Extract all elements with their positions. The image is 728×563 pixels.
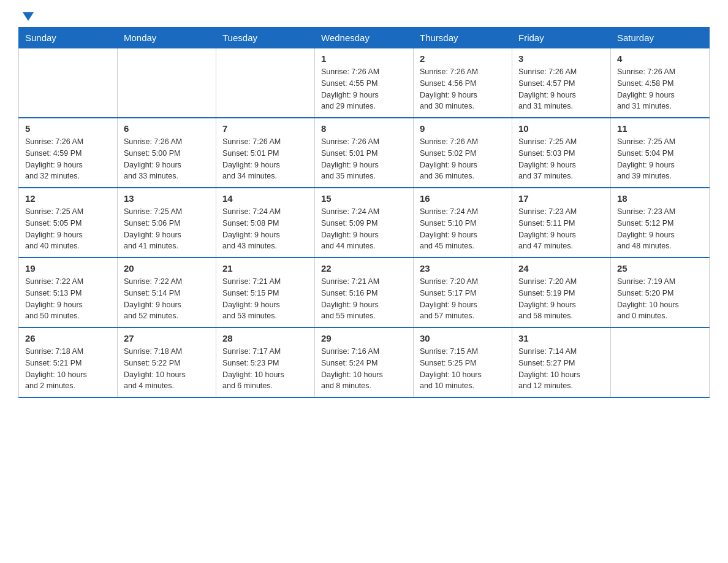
day-info: Sunrise: 7:21 AMSunset: 5:15 PMDaylight:… xyxy=(222,276,308,322)
column-header-wednesday: Wednesday xyxy=(315,28,414,48)
day-number: 23 xyxy=(420,263,506,274)
calendar-cell: 5Sunrise: 7:26 AMSunset: 4:59 PMDaylight… xyxy=(19,118,118,188)
day-info: Sunrise: 7:20 AMSunset: 5:19 PMDaylight:… xyxy=(518,276,604,322)
calendar-cell: 10Sunrise: 7:25 AMSunset: 5:03 PMDayligh… xyxy=(512,118,611,188)
day-info: Sunrise: 7:24 AMSunset: 5:09 PMDaylight:… xyxy=(321,206,407,252)
day-info: Sunrise: 7:23 AMSunset: 5:12 PMDaylight:… xyxy=(617,206,703,252)
day-number: 29 xyxy=(321,333,407,343)
day-info: Sunrise: 7:26 AMSunset: 5:01 PMDaylight:… xyxy=(222,136,308,182)
day-info: Sunrise: 7:26 AMSunset: 4:55 PMDaylight:… xyxy=(321,66,407,112)
day-number: 16 xyxy=(420,193,506,204)
day-number: 7 xyxy=(222,123,308,134)
day-number: 22 xyxy=(321,263,407,274)
calendar-cell: 9Sunrise: 7:26 AMSunset: 5:02 PMDaylight… xyxy=(414,118,512,188)
day-number: 26 xyxy=(25,333,111,343)
day-info: Sunrise: 7:20 AMSunset: 5:17 PMDaylight:… xyxy=(420,276,506,322)
calendar-cell: 30Sunrise: 7:15 AMSunset: 5:25 PMDayligh… xyxy=(414,327,512,397)
day-info: Sunrise: 7:22 AMSunset: 5:14 PMDaylight:… xyxy=(124,276,210,322)
day-info: Sunrise: 7:25 AMSunset: 5:05 PMDaylight:… xyxy=(25,206,111,252)
day-info: Sunrise: 7:25 AMSunset: 5:04 PMDaylight:… xyxy=(617,136,703,182)
day-number: 13 xyxy=(124,193,210,204)
page-header xyxy=(18,12,710,21)
day-number: 21 xyxy=(222,263,308,274)
column-header-tuesday: Tuesday xyxy=(216,28,315,48)
calendar-cell: 27Sunrise: 7:18 AMSunset: 5:22 PMDayligh… xyxy=(118,327,216,397)
day-number: 6 xyxy=(124,123,210,134)
day-info: Sunrise: 7:23 AMSunset: 5:11 PMDaylight:… xyxy=(518,206,604,252)
calendar-cell: 25Sunrise: 7:19 AMSunset: 5:20 PMDayligh… xyxy=(611,258,710,327)
day-number: 10 xyxy=(518,123,604,134)
calendar-cell: 22Sunrise: 7:21 AMSunset: 5:16 PMDayligh… xyxy=(315,258,414,327)
calendar-cell: 23Sunrise: 7:20 AMSunset: 5:17 PMDayligh… xyxy=(414,258,512,327)
calendar-cell: 24Sunrise: 7:20 AMSunset: 5:19 PMDayligh… xyxy=(512,258,611,327)
column-header-thursday: Thursday xyxy=(414,28,512,48)
day-info: Sunrise: 7:18 AMSunset: 5:22 PMDaylight:… xyxy=(124,346,210,392)
calendar-header-row: SundayMondayTuesdayWednesdayThursdayFrid… xyxy=(19,28,710,48)
day-info: Sunrise: 7:15 AMSunset: 5:25 PMDaylight:… xyxy=(420,346,506,392)
day-info: Sunrise: 7:26 AMSunset: 4:57 PMDaylight:… xyxy=(518,66,604,112)
calendar-cell: 20Sunrise: 7:22 AMSunset: 5:14 PMDayligh… xyxy=(118,258,216,327)
calendar-cell: 19Sunrise: 7:22 AMSunset: 5:13 PMDayligh… xyxy=(19,258,118,327)
day-info: Sunrise: 7:26 AMSunset: 4:58 PMDaylight:… xyxy=(617,66,703,112)
day-number: 14 xyxy=(222,193,308,204)
day-info: Sunrise: 7:16 AMSunset: 5:24 PMDaylight:… xyxy=(321,346,407,392)
column-header-saturday: Saturday xyxy=(611,28,710,48)
day-info: Sunrise: 7:19 AMSunset: 5:20 PMDaylight:… xyxy=(617,276,703,322)
column-header-friday: Friday xyxy=(512,28,611,48)
calendar-cell: 26Sunrise: 7:18 AMSunset: 5:21 PMDayligh… xyxy=(19,327,118,397)
day-number: 11 xyxy=(617,123,703,134)
day-number: 5 xyxy=(25,123,111,134)
day-number: 20 xyxy=(124,263,210,274)
calendar-cell: 17Sunrise: 7:23 AMSunset: 5:11 PMDayligh… xyxy=(512,188,611,258)
day-number: 27 xyxy=(124,333,210,343)
calendar-week-row: 5Sunrise: 7:26 AMSunset: 4:59 PMDaylight… xyxy=(19,118,710,188)
calendar-cell: 6Sunrise: 7:26 AMSunset: 5:00 PMDaylight… xyxy=(118,118,216,188)
calendar-cell: 13Sunrise: 7:25 AMSunset: 5:06 PMDayligh… xyxy=(118,188,216,258)
day-info: Sunrise: 7:25 AMSunset: 5:03 PMDaylight:… xyxy=(518,136,604,182)
calendar-cell: 14Sunrise: 7:24 AMSunset: 5:08 PMDayligh… xyxy=(216,188,315,258)
day-number: 24 xyxy=(518,263,604,274)
day-number: 2 xyxy=(420,53,506,64)
calendar-cell: 15Sunrise: 7:24 AMSunset: 5:09 PMDayligh… xyxy=(315,188,414,258)
calendar-week-row: 19Sunrise: 7:22 AMSunset: 5:13 PMDayligh… xyxy=(19,258,710,327)
calendar-week-row: 26Sunrise: 7:18 AMSunset: 5:21 PMDayligh… xyxy=(19,327,710,397)
calendar-cell xyxy=(216,48,315,118)
calendar-cell: 8Sunrise: 7:26 AMSunset: 5:01 PMDaylight… xyxy=(315,118,414,188)
logo xyxy=(18,12,34,21)
day-info: Sunrise: 7:17 AMSunset: 5:23 PMDaylight:… xyxy=(222,346,308,392)
day-info: Sunrise: 7:22 AMSunset: 5:13 PMDaylight:… xyxy=(25,276,111,322)
day-number: 25 xyxy=(617,263,703,274)
day-number: 8 xyxy=(321,123,407,134)
calendar-table: SundayMondayTuesdayWednesdayThursdayFrid… xyxy=(18,27,710,398)
calendar-cell: 11Sunrise: 7:25 AMSunset: 5:04 PMDayligh… xyxy=(611,118,710,188)
day-number: 9 xyxy=(420,123,506,134)
day-number: 19 xyxy=(25,263,111,274)
day-info: Sunrise: 7:14 AMSunset: 5:27 PMDaylight:… xyxy=(518,346,604,392)
day-info: Sunrise: 7:24 AMSunset: 5:10 PMDaylight:… xyxy=(420,206,506,252)
calendar-cell: 12Sunrise: 7:25 AMSunset: 5:05 PMDayligh… xyxy=(19,188,118,258)
calendar-cell: 4Sunrise: 7:26 AMSunset: 4:58 PMDaylight… xyxy=(611,48,710,118)
day-number: 17 xyxy=(518,193,604,204)
calendar-cell: 2Sunrise: 7:26 AMSunset: 4:56 PMDaylight… xyxy=(414,48,512,118)
day-number: 31 xyxy=(518,333,604,343)
day-info: Sunrise: 7:26 AMSunset: 5:00 PMDaylight:… xyxy=(124,136,210,182)
calendar-cell: 18Sunrise: 7:23 AMSunset: 5:12 PMDayligh… xyxy=(611,188,710,258)
calendar-week-row: 1Sunrise: 7:26 AMSunset: 4:55 PMDaylight… xyxy=(19,48,710,118)
calendar-cell: 1Sunrise: 7:26 AMSunset: 4:55 PMDaylight… xyxy=(315,48,414,118)
day-number: 12 xyxy=(25,193,111,204)
day-info: Sunrise: 7:24 AMSunset: 5:08 PMDaylight:… xyxy=(222,206,308,252)
calendar-cell xyxy=(611,327,710,397)
day-number: 1 xyxy=(321,53,407,64)
day-number: 15 xyxy=(321,193,407,204)
day-info: Sunrise: 7:25 AMSunset: 5:06 PMDaylight:… xyxy=(124,206,210,252)
day-info: Sunrise: 7:21 AMSunset: 5:16 PMDaylight:… xyxy=(321,276,407,322)
day-number: 30 xyxy=(420,333,506,343)
calendar-cell: 21Sunrise: 7:21 AMSunset: 5:15 PMDayligh… xyxy=(216,258,315,327)
calendar-cell: 7Sunrise: 7:26 AMSunset: 5:01 PMDaylight… xyxy=(216,118,315,188)
calendar-cell: 16Sunrise: 7:24 AMSunset: 5:10 PMDayligh… xyxy=(414,188,512,258)
column-header-monday: Monday xyxy=(118,28,216,48)
day-info: Sunrise: 7:26 AMSunset: 4:56 PMDaylight:… xyxy=(420,66,506,112)
day-info: Sunrise: 7:26 AMSunset: 4:59 PMDaylight:… xyxy=(25,136,111,182)
calendar-cell: 28Sunrise: 7:17 AMSunset: 5:23 PMDayligh… xyxy=(216,327,315,397)
day-number: 18 xyxy=(617,193,703,204)
